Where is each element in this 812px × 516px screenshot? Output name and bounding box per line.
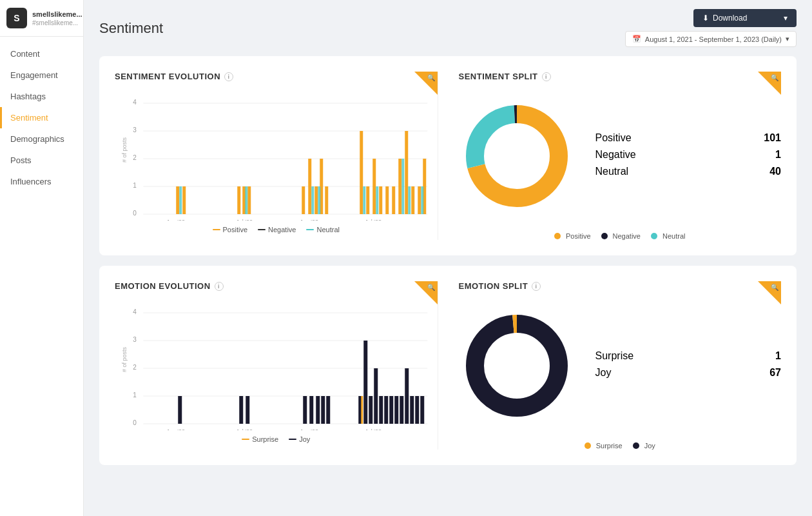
svg-text:2: 2 [133, 154, 137, 161]
svg-rect-20 [325, 186, 328, 214]
svg-rect-26 [392, 186, 395, 214]
sidebar-item-demographics[interactable]: Demographics [0, 128, 83, 150]
download-button[interactable]: ⬇ Download ▾ [693, 9, 797, 27]
svg-text:# of posts: # of posts [121, 346, 128, 372]
svg-text:# of posts: # of posts [121, 137, 128, 163]
svg-rect-29 [411, 186, 414, 214]
svg-rect-64 [309, 396, 313, 424]
svg-text:4: 4 [133, 308, 137, 315]
svg-rect-75 [394, 396, 398, 424]
date-dropdown-icon: ▾ [786, 35, 789, 43]
sentiment-legend-negative: Negative 1 [595, 149, 782, 161]
emotion-split-panel: 🔍 EMOTION SPLIT i [438, 281, 782, 450]
emotion-donut [459, 308, 575, 426]
svg-rect-61 [239, 396, 243, 424]
zoom-btn-sentiment-split[interactable]: 🔍 [758, 72, 781, 95]
svg-rect-35 [318, 186, 320, 214]
content-area: 🔍 SENTIMENT EVOLUTION i 4 3 2 1 0 [84, 56, 812, 516]
sidebar-logo: S smellslikeme... #smellslikeme... [0, 0, 83, 37]
sentiment-card: 🔍 SENTIMENT EVOLUTION i 4 3 2 1 0 [99, 56, 797, 255]
svg-text:3: 3 [133, 336, 137, 343]
topbar-right: ⬇ Download ▾ 📅 August 1, 2021 - Septembe… [625, 9, 797, 47]
sentiment-donut [459, 98, 575, 217]
svg-rect-67 [326, 396, 330, 424]
svg-rect-33 [245, 186, 247, 214]
svg-rect-13 [237, 186, 240, 214]
sidebar-item-hashtags[interactable]: Hashtags [0, 86, 83, 107]
svg-text:Jan '23: Jan '23 [300, 428, 318, 430]
emotion-split-info[interactable]: i [532, 282, 541, 291]
svg-rect-81 [361, 396, 363, 424]
svg-rect-27 [398, 159, 401, 214]
sentiment-evolution-chart: 4 3 2 1 0 # of posts [115, 92, 438, 221]
logo-icon: S [6, 8, 27, 28]
svg-text:2: 2 [133, 364, 137, 371]
svg-rect-16 [302, 186, 305, 214]
sidebar-item-engagement[interactable]: Engagement [0, 64, 83, 86]
svg-rect-18 [314, 186, 318, 214]
svg-rect-37 [376, 186, 378, 214]
svg-rect-25 [385, 186, 389, 214]
svg-rect-11 [176, 186, 179, 214]
sidebar-item-influencers[interactable]: Influencers [0, 171, 83, 192]
svg-text:Jul '22: Jul '22 [236, 428, 253, 430]
sidebar-item-posts[interactable]: Posts [0, 150, 83, 171]
sentiment-evolution-title: SENTIMENT EVOLUTION i [115, 72, 438, 81]
svg-rect-30 [418, 186, 421, 214]
download-icon: ⬇ [702, 14, 709, 23]
svg-text:1: 1 [133, 182, 137, 189]
svg-text:4: 4 [133, 99, 137, 106]
svg-rect-73 [384, 396, 388, 424]
sidebar-item-content[interactable]: Content [0, 43, 83, 64]
emotion-split-legend-table: Surprise 1 Joy 67 [595, 350, 782, 384]
sidebar: S smellslikeme... #smellslikeme... Conte… [0, 0, 84, 516]
sentiment-split-info[interactable]: i [542, 72, 551, 81]
svg-rect-69 [363, 341, 367, 424]
svg-rect-34 [311, 186, 314, 214]
svg-rect-28 [405, 131, 408, 214]
emotion-evolution-chart: 4 3 2 1 0 # of posts [115, 301, 438, 430]
emotion-legend-joy: Joy 67 [595, 367, 782, 379]
download-dropdown-icon: ▾ [784, 14, 788, 23]
legend-positive: Positive [213, 226, 248, 233]
svg-rect-72 [379, 396, 383, 424]
emotion-split-title: EMOTION SPLIT i [459, 281, 782, 291]
svg-point-88 [485, 333, 549, 398]
svg-rect-15 [247, 186, 251, 214]
sentiment-split-legend-table: Positive 101 Negative 1 Neutral 40 [595, 132, 782, 183]
svg-point-48 [485, 124, 549, 188]
emotion-legend-surprise: Surprise 1 [595, 350, 782, 362]
sentiment-split-chart-legend: Positive Negative Neutral [459, 232, 782, 240]
date-filter[interactable]: 📅 August 1, 2021 - September 1, 2023 (Da… [625, 31, 797, 47]
svg-rect-80 [420, 396, 424, 424]
emotion-split-chart-legend: Surprise Joy [459, 442, 782, 450]
calendar-icon: 📅 [632, 35, 641, 43]
svg-rect-78 [410, 396, 414, 424]
logo-sub: #smellslikeme... [32, 19, 82, 26]
main: Sentiment ⬇ Download ▾ 📅 August 1, 2021 … [84, 0, 812, 516]
sentiment-split-title: SENTIMENT SPLIT i [459, 72, 782, 81]
emotion-evolution-legend: Surprise Joy [115, 435, 438, 443]
sentiment-legend-positive: Positive 101 [595, 132, 782, 144]
zoom-btn-emotion-split[interactable]: 🔍 [758, 281, 781, 304]
emotion-evolution-info[interactable]: i [215, 282, 224, 291]
sentiment-evolution-panel: 🔍 SENTIMENT EVOLUTION i 4 3 2 1 0 [115, 72, 438, 240]
sentiment-evolution-legend: Positive Negative Neutral [115, 226, 438, 233]
sidebar-item-sentiment[interactable]: Sentiment [0, 107, 83, 128]
svg-rect-65 [316, 396, 320, 424]
svg-rect-21 [360, 131, 363, 214]
emotion-evolution-panel: 🔍 EMOTION EVOLUTION i 4 3 2 1 0 # of pos… [115, 281, 438, 450]
svg-rect-77 [405, 368, 409, 424]
sentiment-evolution-info[interactable]: i [224, 72, 233, 81]
emotion-card: 🔍 EMOTION EVOLUTION i 4 3 2 1 0 # of pos… [99, 266, 797, 465]
legend-negative: Negative [258, 226, 296, 233]
svg-text:Jul '22: Jul '22 [236, 219, 253, 221]
svg-text:Jul '23: Jul '23 [365, 219, 382, 221]
svg-rect-60 [178, 396, 182, 424]
svg-text:0: 0 [133, 210, 137, 217]
svg-text:Jan '22: Jan '22 [166, 219, 185, 221]
svg-rect-38 [401, 159, 404, 214]
sentiment-legend-neutral: Neutral 40 [595, 166, 782, 177]
svg-rect-62 [246, 396, 249, 424]
svg-rect-76 [400, 396, 403, 424]
